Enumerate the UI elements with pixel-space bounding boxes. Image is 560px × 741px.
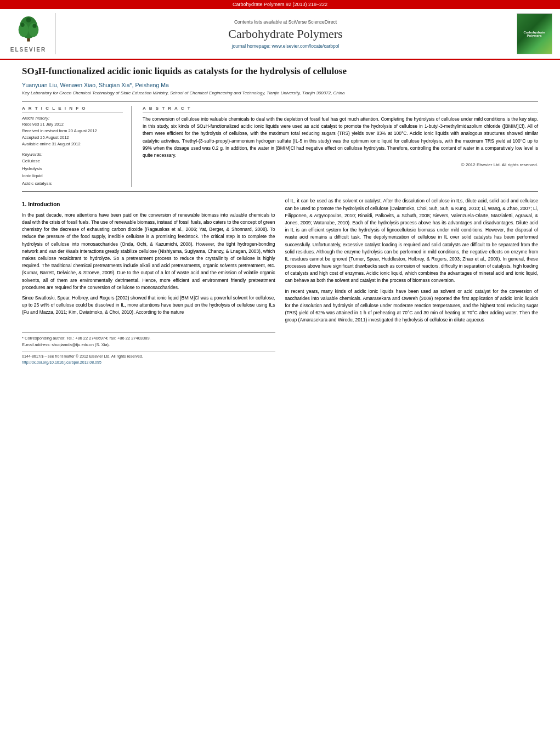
intro-paragraph-1: In the past decade, more attentions have…: [22, 212, 275, 291]
keywords-list: Cellulose Hydrolysis Ionic liquid Acidic…: [22, 157, 123, 187]
svg-point-4: [20, 23, 24, 27]
keywords-label: Keywords:: [22, 152, 123, 157]
accepted-date: Accepted 25 August 2012: [22, 134, 123, 141]
right-paragraph-1: of IL, it can be used as the solvent or …: [285, 197, 539, 284]
abstract-header: A B S T R A C T: [143, 106, 538, 112]
abstract-text: The conversion of cellulose into valuabl…: [143, 116, 538, 159]
keyword-4: Acidic catalysis: [22, 180, 123, 188]
right-paragraph-2: In recent years, many kinds of acidic io…: [285, 288, 539, 324]
keyword-3: Ionic liquid: [22, 172, 123, 180]
footnotes-section: * Corresponding author. Tel.: +86 22 274…: [22, 332, 275, 348]
journal-cover: CarbohydratePolymers: [515, 13, 553, 54]
journal-title: Carbohydrate Polymers: [228, 27, 342, 41]
journal-info-center: Contents lists available at SciVerse Sci…: [61, 13, 510, 54]
doi-line: http://dx.doi.org/10.1016/j.carbpol.2012…: [22, 360, 275, 366]
body-left-column: 1. Introduction In the past decade, more…: [22, 197, 275, 365]
issn-line: 0144-8617/$ – see front matter © 2012 El…: [22, 354, 143, 360]
journal-homepage: journal homepage: www.elsevier.com/locat…: [232, 43, 340, 49]
revised-date: Received in revised form 20 August 2012: [22, 128, 123, 134]
article-title: SO₃H-functionalized acidic ionic liquids…: [22, 65, 538, 77]
article-content: SO₃H-functionalized acidic ionic liquids…: [0, 60, 560, 371]
svg-point-6: [26, 18, 31, 22]
copyright-line: © 2012 Elsevier Ltd. All rights reserved…: [143, 162, 538, 167]
keyword-2: Hydrolysis: [22, 165, 123, 173]
keyword-1: Cellulose: [22, 157, 123, 165]
cover-image-text: CarbohydratePolymers: [521, 29, 547, 39]
article-info-column: A R T I C L E I N F O Article history: R…: [22, 106, 132, 187]
intro-section-title: 1. Introduction: [22, 200, 275, 209]
article-affiliation: Key Laboratory for Green Chemical Techno…: [22, 90, 538, 95]
footnote-corresponding: * Corresponding author. Tel.: +86 22 274…: [22, 335, 275, 341]
journal-header-bar: Carbohydrate Polymers 92 (2013) 218–222: [0, 0, 560, 9]
intro-paragraph-2: Since Swatloski, Spear, Holbrey, and Rog…: [22, 295, 275, 316]
article-info-abstract-section: A R T I C L E I N F O Article history: R…: [22, 101, 538, 192]
svg-point-5: [32, 24, 36, 28]
cover-image: CarbohydratePolymers: [517, 13, 552, 54]
available-date: Available online 31 August 2012: [22, 141, 123, 148]
contents-available-line: Contents lists available at SciVerse Sci…: [234, 19, 337, 25]
elsevier-tree-icon: [12, 15, 45, 45]
abstract-column: A B S T R A C T The conversion of cellul…: [143, 106, 538, 187]
body-section: 1. Introduction In the past decade, more…: [22, 197, 538, 365]
article-authors: Yuanyuan Liu, Wenwen Xiao, Shuqian Xia*,…: [22, 82, 538, 88]
footnote-email: E-mail address: shuqiamda@tju.edu.cn (S.…: [22, 342, 275, 348]
elsevier-logo: ELSEVIER: [7, 13, 56, 54]
journal-citation: Carbohydrate Polymers 92 (2013) 218–222: [233, 2, 327, 7]
top-section: ELSEVIER Contents lists available at Sci…: [0, 9, 560, 60]
received-date: Received 21 July 2012: [22, 121, 123, 128]
elsevier-label: ELSEVIER: [10, 47, 46, 53]
article-dates: Received 21 July 2012 Received in revise…: [22, 121, 123, 148]
bottom-bar: 0144-8617/$ – see front matter © 2012 El…: [22, 351, 275, 360]
article-history-label: Article history:: [22, 116, 123, 121]
body-right-column: of IL, it can be used as the solvent or …: [285, 197, 539, 365]
article-info-header: A R T I C L E I N F O: [22, 106, 123, 112]
